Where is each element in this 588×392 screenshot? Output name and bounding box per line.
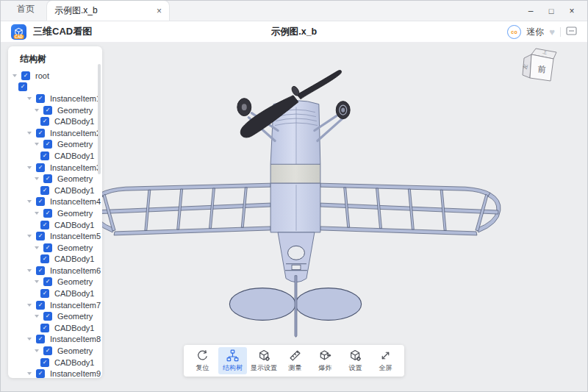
checkbox[interactable]: ✓ xyxy=(40,221,49,229)
tree-row[interactable]: ✓InstanceItem7 xyxy=(8,299,102,311)
toolbar-item-structure-tree[interactable]: 结构树 xyxy=(218,347,247,374)
tree-row[interactable]: ✓CADBody1 xyxy=(8,288,102,299)
toolbar-item-measure[interactable]: 测量 xyxy=(281,347,309,374)
tree-row[interactable]: ✓CADBody1 xyxy=(8,357,102,368)
tab-close-icon[interactable]: × xyxy=(157,7,162,15)
expander-icon[interactable] xyxy=(35,143,39,146)
tree-row[interactable]: ✓Geometry xyxy=(8,104,102,116)
tree-row[interactable]: ✓CADBody1 xyxy=(8,254,102,266)
tab-bar: 首页 示例图.x_b × – □ × xyxy=(1,1,587,21)
checkbox[interactable]: ✓ xyxy=(36,232,45,240)
mini-label[interactable]: 迷你 xyxy=(526,26,544,38)
tree-row[interactable]: ✓ xyxy=(8,82,102,93)
tree-row[interactable]: ✓Geometry xyxy=(8,277,102,288)
toolbar-item-reset[interactable]: 复位 xyxy=(188,347,217,374)
toolbar-item-explode[interactable]: 爆炸 xyxy=(311,347,340,374)
tree-row[interactable]: ✓CADBody1 xyxy=(8,219,102,231)
panel-window-icon[interactable] xyxy=(566,25,577,38)
tree-row[interactable]: ✓CADBody1 xyxy=(8,150,102,162)
tree-scrollbar-thumb[interactable] xyxy=(98,64,101,174)
tree-row[interactable]: ✓CADBody1 xyxy=(8,185,102,196)
tree-row[interactable]: ✓InstanceItem9 xyxy=(8,368,102,378)
checkbox[interactable]: ✓ xyxy=(40,254,49,263)
tree-row[interactable]: ✓Geometry xyxy=(8,345,102,357)
toolbar-item-fullscreen[interactable]: 全屏 xyxy=(371,347,400,374)
checkbox[interactable]: ✓ xyxy=(40,324,49,332)
logo-badge: CAD xyxy=(13,35,24,39)
tree-row[interactable]: ✓InstanceItem2 xyxy=(8,127,102,139)
expander-icon[interactable] xyxy=(35,315,39,318)
toolbar-item-settings[interactable]: 设置 xyxy=(341,347,370,374)
tab-home[interactable]: 首页 xyxy=(1,3,46,21)
checkbox[interactable]: ✓ xyxy=(36,197,45,206)
checkbox[interactable]: ✓ xyxy=(43,106,52,115)
checkbox[interactable]: ✓ xyxy=(43,174,52,183)
expander-icon[interactable] xyxy=(27,269,32,272)
expander-icon[interactable] xyxy=(12,74,17,77)
expander-icon[interactable] xyxy=(27,338,32,341)
tree-row[interactable]: ✓InstanceItem8 xyxy=(8,334,102,346)
tree-node-label: CADBody1 xyxy=(54,117,94,126)
tree-row[interactable]: ✓CADBody1 xyxy=(8,322,102,334)
expander-icon[interactable] xyxy=(27,132,32,135)
checkbox[interactable]: ✓ xyxy=(36,335,45,343)
checkbox[interactable]: ✓ xyxy=(18,82,27,91)
tree-row[interactable]: ✓InstanceItem6 xyxy=(8,265,102,277)
view-cube-left-label: 左 xyxy=(522,63,528,69)
close-button[interactable]: × xyxy=(564,6,580,16)
toolbar-item-display-settings[interactable]: 显示设置 xyxy=(248,347,279,374)
checkbox[interactable]: ✓ xyxy=(36,94,45,103)
display-settings-icon xyxy=(258,349,270,362)
checkbox[interactable]: ✓ xyxy=(36,163,45,172)
minimize-button[interactable]: – xyxy=(523,6,539,16)
expander-icon[interactable] xyxy=(27,166,32,169)
tree-row[interactable]: ✓root xyxy=(8,70,102,82)
tree-row[interactable]: ✓CADBody1 xyxy=(8,115,102,127)
checkbox[interactable]: ✓ xyxy=(40,152,49,160)
tree-node-label: InstanceItem9 xyxy=(50,369,101,378)
view-cube[interactable]: 前 左 上 xyxy=(515,44,564,87)
favorite-heart-icon[interactable]: ♥ xyxy=(549,27,555,37)
tree-row[interactable]: ✓Geometry xyxy=(8,242,102,254)
checkbox[interactable]: ✓ xyxy=(43,312,52,321)
checkbox[interactable]: ✓ xyxy=(40,117,49,126)
expander-icon[interactable] xyxy=(35,109,39,112)
checkbox[interactable]: ✓ xyxy=(43,209,52,218)
expander-icon[interactable] xyxy=(27,97,32,100)
checkbox[interactable]: ✓ xyxy=(40,358,49,367)
checkbox[interactable]: ✓ xyxy=(36,369,45,378)
checkbox[interactable]: ✓ xyxy=(43,243,52,252)
expander-icon[interactable] xyxy=(27,235,32,238)
maximize-button[interactable]: □ xyxy=(543,6,559,16)
tree-row[interactable]: ✓Geometry xyxy=(8,207,102,219)
tree-row[interactable]: ✓InstanceItem4 xyxy=(8,196,102,208)
checkbox[interactable]: ✓ xyxy=(43,277,52,286)
expander-icon[interactable] xyxy=(35,246,39,249)
expander-icon[interactable] xyxy=(27,200,32,203)
viewport-3d[interactable]: 结构树 ✓root✓✓InstanceItem1✓Geometry✓CADBod… xyxy=(1,43,587,391)
checkbox[interactable]: ✓ xyxy=(36,301,45,310)
expander-icon[interactable] xyxy=(35,280,39,283)
tree-node-label: InstanceItem8 xyxy=(50,335,101,343)
expander-icon[interactable] xyxy=(27,304,32,307)
tree-row[interactable]: ✓InstanceItem1 xyxy=(8,93,102,104)
expander-icon[interactable] xyxy=(35,349,39,352)
checkbox[interactable]: ✓ xyxy=(43,346,52,355)
checkbox[interactable]: ✓ xyxy=(43,140,52,149)
tree-row[interactable]: ✓Geometry xyxy=(8,173,102,185)
checkbox[interactable]: ✓ xyxy=(40,289,49,298)
tab-document[interactable]: 示例图.x_b × xyxy=(46,0,170,21)
expander-icon[interactable] xyxy=(35,212,39,215)
checkbox[interactable]: ✓ xyxy=(36,266,45,275)
checkbox[interactable]: ✓ xyxy=(36,129,45,138)
expander-icon[interactable] xyxy=(27,372,32,375)
rudder xyxy=(295,276,297,338)
expander-icon[interactable] xyxy=(35,177,39,180)
tree-row[interactable]: ✓Geometry xyxy=(8,310,102,322)
tree-row[interactable]: ✓InstanceItem5 xyxy=(8,230,102,242)
tree-row[interactable]: ✓Geometry xyxy=(8,139,102,151)
checkbox[interactable]: ✓ xyxy=(40,186,49,195)
mini-cad-logo-icon[interactable]: co xyxy=(507,25,521,39)
checkbox[interactable]: ✓ xyxy=(21,71,30,80)
tree-row[interactable]: ✓InstanceItem3 xyxy=(8,162,102,174)
